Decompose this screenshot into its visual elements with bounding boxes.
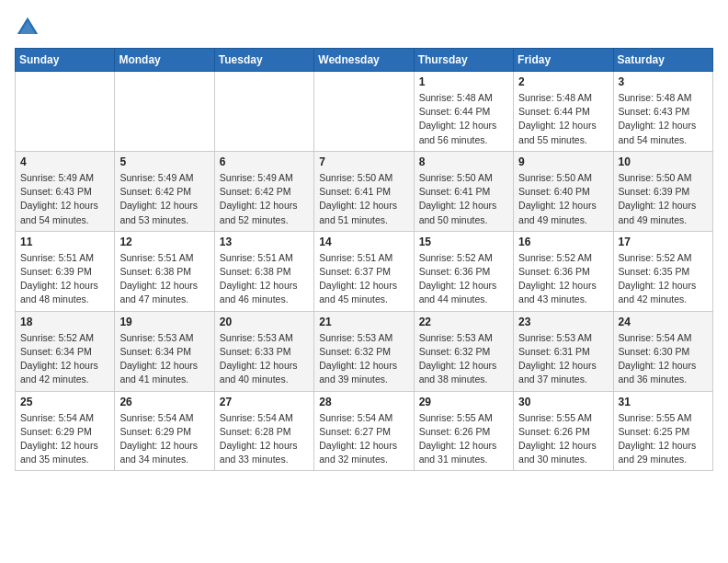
day-number: 14	[319, 236, 408, 248]
day-info: Sunrise: 5:51 AM Sunset: 6:37 PM Dayligh…	[319, 251, 408, 307]
weekday-header-sunday: Sunday	[16, 49, 115, 72]
day-info: Sunrise: 5:49 AM Sunset: 6:42 PM Dayligh…	[220, 171, 309, 227]
day-number: 28	[319, 396, 408, 408]
day-number: 23	[518, 316, 608, 328]
day-number: 16	[518, 236, 608, 248]
day-info: Sunrise: 5:50 AM Sunset: 6:41 PM Dayligh…	[319, 171, 408, 227]
calendar-cell: 23Sunrise: 5:53 AM Sunset: 6:31 PM Dayli…	[514, 311, 613, 391]
day-info: Sunrise: 5:54 AM Sunset: 6:29 PM Dayligh…	[20, 411, 109, 467]
calendar-cell: 10Sunrise: 5:50 AM Sunset: 6:39 PM Dayli…	[613, 151, 712, 231]
page-header	[15, 15, 713, 40]
weekday-header-monday: Monday	[115, 49, 214, 72]
calendar-cell	[214, 72, 313, 152]
day-number: 4	[20, 155, 109, 168]
day-info: Sunrise: 5:52 AM Sunset: 6:36 PM Dayligh…	[518, 251, 608, 307]
day-number: 8	[419, 155, 508, 168]
weekday-header-saturday: Saturday	[613, 49, 712, 72]
calendar-table: SundayMondayTuesdayWednesdayThursdayFrid…	[15, 48, 713, 471]
calendar-cell: 15Sunrise: 5:52 AM Sunset: 6:36 PM Dayli…	[414, 231, 513, 311]
day-info: Sunrise: 5:52 AM Sunset: 6:36 PM Dayligh…	[419, 251, 508, 307]
calendar-cell: 5Sunrise: 5:49 AM Sunset: 6:42 PM Daylig…	[115, 151, 214, 231]
calendar-week-row: 25Sunrise: 5:54 AM Sunset: 6:29 PM Dayli…	[16, 391, 713, 471]
calendar-cell: 20Sunrise: 5:53 AM Sunset: 6:33 PM Dayli…	[214, 311, 313, 391]
day-info: Sunrise: 5:51 AM Sunset: 6:39 PM Dayligh…	[20, 251, 109, 307]
day-info: Sunrise: 5:53 AM Sunset: 6:31 PM Dayligh…	[518, 331, 608, 387]
day-number: 19	[119, 316, 209, 328]
day-info: Sunrise: 5:53 AM Sunset: 6:32 PM Dayligh…	[419, 331, 508, 387]
day-info: Sunrise: 5:54 AM Sunset: 6:27 PM Dayligh…	[319, 411, 408, 467]
calendar-cell	[16, 72, 115, 152]
day-info: Sunrise: 5:54 AM Sunset: 6:29 PM Dayligh…	[119, 411, 209, 467]
day-info: Sunrise: 5:53 AM Sunset: 6:34 PM Dayligh…	[119, 331, 209, 387]
calendar-cell: 31Sunrise: 5:55 AM Sunset: 6:25 PM Dayli…	[613, 391, 712, 471]
calendar-cell: 25Sunrise: 5:54 AM Sunset: 6:29 PM Dayli…	[16, 391, 115, 471]
calendar-header: SundayMondayTuesdayWednesdayThursdayFrid…	[16, 49, 713, 72]
day-number: 21	[319, 316, 408, 328]
calendar-cell: 24Sunrise: 5:54 AM Sunset: 6:30 PM Dayli…	[613, 311, 712, 391]
day-info: Sunrise: 5:55 AM Sunset: 6:25 PM Dayligh…	[619, 411, 708, 467]
calendar-cell: 27Sunrise: 5:54 AM Sunset: 6:28 PM Dayli…	[214, 391, 313, 471]
day-number: 12	[119, 236, 209, 248]
calendar-cell: 28Sunrise: 5:54 AM Sunset: 6:27 PM Dayli…	[314, 391, 414, 471]
calendar-cell: 29Sunrise: 5:55 AM Sunset: 6:26 PM Dayli…	[414, 391, 513, 471]
day-info: Sunrise: 5:51 AM Sunset: 6:38 PM Dayligh…	[220, 251, 309, 307]
day-number: 1	[419, 75, 508, 88]
day-number: 17	[619, 236, 708, 248]
calendar-week-row: 4Sunrise: 5:49 AM Sunset: 6:43 PM Daylig…	[16, 151, 713, 231]
day-number: 11	[20, 236, 109, 248]
calendar-cell: 2Sunrise: 5:48 AM Sunset: 6:44 PM Daylig…	[514, 72, 613, 152]
day-info: Sunrise: 5:53 AM Sunset: 6:33 PM Dayligh…	[220, 331, 309, 387]
day-number: 26	[119, 396, 209, 408]
calendar-cell: 21Sunrise: 5:53 AM Sunset: 6:32 PM Dayli…	[314, 311, 414, 391]
calendar-cell: 9Sunrise: 5:50 AM Sunset: 6:40 PM Daylig…	[514, 151, 613, 231]
weekday-header-friday: Friday	[514, 49, 613, 72]
day-number: 24	[619, 316, 708, 328]
calendar-cell: 12Sunrise: 5:51 AM Sunset: 6:38 PM Dayli…	[115, 231, 214, 311]
calendar-cell: 6Sunrise: 5:49 AM Sunset: 6:42 PM Daylig…	[214, 151, 313, 231]
day-info: Sunrise: 5:54 AM Sunset: 6:30 PM Dayligh…	[619, 331, 708, 387]
calendar-cell: 30Sunrise: 5:55 AM Sunset: 6:26 PM Dayli…	[514, 391, 613, 471]
calendar-cell: 16Sunrise: 5:52 AM Sunset: 6:36 PM Dayli…	[514, 231, 613, 311]
calendar-cell: 4Sunrise: 5:49 AM Sunset: 6:43 PM Daylig…	[16, 151, 115, 231]
calendar-body: 1Sunrise: 5:48 AM Sunset: 6:44 PM Daylig…	[16, 72, 713, 471]
day-info: Sunrise: 5:55 AM Sunset: 6:26 PM Dayligh…	[518, 411, 608, 467]
calendar-cell: 14Sunrise: 5:51 AM Sunset: 6:37 PM Dayli…	[314, 231, 414, 311]
day-number: 5	[119, 155, 209, 168]
day-number: 10	[619, 155, 708, 168]
calendar-cell	[115, 72, 214, 152]
calendar-cell: 26Sunrise: 5:54 AM Sunset: 6:29 PM Dayli…	[115, 391, 214, 471]
day-number: 15	[419, 236, 508, 248]
day-number: 25	[20, 396, 109, 408]
calendar-cell: 19Sunrise: 5:53 AM Sunset: 6:34 PM Dayli…	[115, 311, 214, 391]
calendar-cell: 22Sunrise: 5:53 AM Sunset: 6:32 PM Dayli…	[414, 311, 513, 391]
day-number: 22	[419, 316, 508, 328]
day-info: Sunrise: 5:48 AM Sunset: 6:43 PM Dayligh…	[619, 91, 708, 147]
calendar-cell: 1Sunrise: 5:48 AM Sunset: 6:44 PM Daylig…	[414, 72, 513, 152]
day-info: Sunrise: 5:50 AM Sunset: 6:39 PM Dayligh…	[619, 171, 708, 227]
day-info: Sunrise: 5:48 AM Sunset: 6:44 PM Dayligh…	[518, 91, 608, 147]
day-info: Sunrise: 5:48 AM Sunset: 6:44 PM Dayligh…	[419, 91, 508, 147]
calendar-cell: 18Sunrise: 5:52 AM Sunset: 6:34 PM Dayli…	[16, 311, 115, 391]
weekday-header-wednesday: Wednesday	[314, 49, 414, 72]
day-number: 2	[518, 75, 608, 88]
day-number: 3	[619, 75, 708, 88]
weekday-header-row: SundayMondayTuesdayWednesdayThursdayFrid…	[16, 49, 713, 72]
calendar-cell: 8Sunrise: 5:50 AM Sunset: 6:41 PM Daylig…	[414, 151, 513, 231]
day-number: 18	[20, 316, 109, 328]
day-info: Sunrise: 5:49 AM Sunset: 6:42 PM Dayligh…	[119, 171, 209, 227]
day-number: 20	[220, 316, 309, 328]
day-number: 29	[419, 396, 508, 408]
day-info: Sunrise: 5:51 AM Sunset: 6:38 PM Dayligh…	[119, 251, 209, 307]
day-info: Sunrise: 5:50 AM Sunset: 6:40 PM Dayligh…	[518, 171, 608, 227]
calendar-cell	[314, 72, 414, 152]
day-number: 6	[220, 155, 309, 168]
logo-icon	[15, 15, 40, 40]
day-info: Sunrise: 5:52 AM Sunset: 6:35 PM Dayligh…	[619, 251, 708, 307]
calendar-week-row: 1Sunrise: 5:48 AM Sunset: 6:44 PM Daylig…	[16, 72, 713, 152]
day-number: 27	[220, 396, 309, 408]
calendar-cell: 7Sunrise: 5:50 AM Sunset: 6:41 PM Daylig…	[314, 151, 414, 231]
weekday-header-thursday: Thursday	[414, 49, 513, 72]
weekday-header-tuesday: Tuesday	[214, 49, 313, 72]
calendar-cell: 17Sunrise: 5:52 AM Sunset: 6:35 PM Dayli…	[613, 231, 712, 311]
calendar-week-row: 11Sunrise: 5:51 AM Sunset: 6:39 PM Dayli…	[16, 231, 713, 311]
